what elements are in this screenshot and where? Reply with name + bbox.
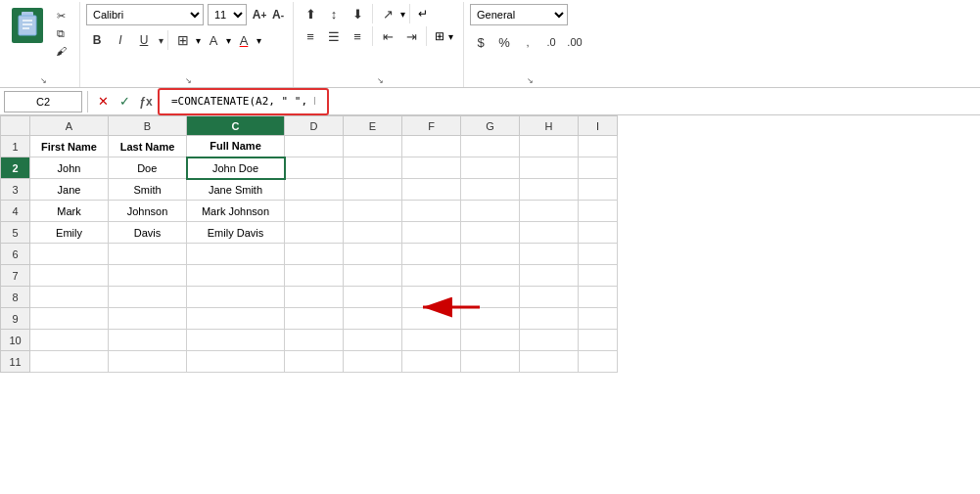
alignment-expand-icon[interactable]: ↘	[377, 76, 384, 85]
row-header-9[interactable]: 9	[1, 308, 30, 330]
decrease-indent-button[interactable]: ⇤	[377, 26, 398, 46]
cell-D7[interactable]	[285, 265, 344, 287]
increase-decimal-button[interactable]: .0	[540, 31, 562, 53]
cell-E3[interactable]	[344, 179, 402, 201]
font-size-increase-button[interactable]: A+	[251, 6, 268, 23]
cell-B8[interactable]	[109, 287, 187, 308]
cell-B3[interactable]: Smith	[109, 179, 187, 201]
font-expand-icon[interactable]: ↘	[185, 76, 192, 85]
number-format-select[interactable]: General	[470, 4, 568, 25]
cell-I4[interactable]	[579, 201, 618, 222]
font-color-dropdown[interactable]: ▾	[257, 35, 261, 46]
font-name-select[interactable]: Calibri	[86, 4, 204, 25]
row-header-11[interactable]: 11	[1, 351, 30, 373]
cell-G11[interactable]	[461, 351, 520, 373]
row-header-1[interactable]: 1	[1, 136, 30, 157]
font-size-decrease-button[interactable]: A-	[269, 6, 287, 23]
cell-F7[interactable]	[402, 265, 461, 287]
col-header-H[interactable]: H	[520, 116, 579, 136]
cell-B10[interactable]	[109, 330, 187, 351]
cell-C1[interactable]: Full Name	[187, 136, 285, 157]
cell-G8[interactable]	[461, 287, 520, 308]
cell-H4[interactable]	[520, 201, 579, 222]
cut-button[interactable]: ✂	[51, 8, 73, 23]
row-header-8[interactable]: 8	[1, 287, 30, 308]
cell-D6[interactable]	[285, 244, 344, 265]
cell-F4[interactable]	[402, 201, 461, 222]
cell-F5[interactable]	[402, 222, 461, 244]
cell-F11[interactable]	[402, 351, 461, 373]
paste-button[interactable]	[8, 6, 47, 45]
cell-C8[interactable]	[187, 287, 285, 308]
cell-G1[interactable]	[461, 136, 520, 157]
col-header-D[interactable]: D	[285, 116, 344, 136]
cell-D1[interactable]	[285, 136, 344, 157]
cell-H6[interactable]	[520, 244, 579, 265]
cell-F1[interactable]	[402, 136, 461, 157]
align-left-button[interactable]: ≡	[300, 26, 321, 46]
cell-C7[interactable]	[187, 265, 285, 287]
col-header-I[interactable]: I	[579, 116, 618, 136]
format-painter-button[interactable]: 🖌	[51, 43, 73, 59]
wrap-text-button[interactable]: ↵	[414, 5, 435, 22]
cell-H10[interactable]	[520, 330, 579, 351]
row-header-2[interactable]: 2	[1, 157, 30, 179]
cell-D3[interactable]	[285, 179, 344, 201]
cell-B6[interactable]	[109, 244, 187, 265]
col-header-A[interactable]: A	[30, 116, 109, 136]
cell-G9[interactable]	[461, 308, 520, 330]
cell-A6[interactable]	[30, 244, 109, 265]
cell-E9[interactable]	[344, 308, 402, 330]
cell-B9[interactable]	[109, 308, 187, 330]
cell-H9[interactable]	[520, 308, 579, 330]
col-header-C[interactable]: C	[187, 116, 285, 136]
cell-B1[interactable]: Last Name	[109, 136, 187, 157]
cell-G6[interactable]	[461, 244, 520, 265]
bold-button[interactable]: B	[86, 29, 108, 51]
fill-color-button[interactable]: A	[203, 29, 224, 51]
cell-B5[interactable]: Davis	[109, 222, 187, 244]
cell-E4[interactable]	[344, 201, 402, 222]
cell-D11[interactable]	[285, 351, 344, 373]
font-size-select[interactable]: 11	[208, 4, 247, 25]
cell-H8[interactable]	[520, 287, 579, 308]
cell-A10[interactable]	[30, 330, 109, 351]
cell-D2[interactable]	[285, 157, 344, 179]
merge-center-button[interactable]: ⊞ ▾	[431, 27, 457, 45]
cell-E2[interactable]	[344, 157, 402, 179]
formula-input[interactable]	[165, 91, 321, 112]
cell-E7[interactable]	[344, 265, 402, 287]
percent-button[interactable]: %	[493, 31, 515, 53]
row-header-6[interactable]: 6	[1, 244, 30, 265]
cell-A7[interactable]	[30, 265, 109, 287]
cell-I5[interactable]	[579, 222, 618, 244]
cell-C9[interactable]	[187, 308, 285, 330]
cell-E6[interactable]	[344, 244, 402, 265]
currency-button[interactable]: $	[470, 31, 491, 53]
cell-D5[interactable]	[285, 222, 344, 244]
font-color-button[interactable]: A	[233, 29, 255, 51]
underline-dropdown[interactable]: ▾	[159, 35, 163, 46]
cell-I3[interactable]	[579, 179, 618, 201]
cell-C2[interactable]: John Doe	[187, 157, 285, 179]
fill-color-dropdown[interactable]: ▾	[226, 35, 231, 46]
cell-B11[interactable]	[109, 351, 187, 373]
cell-H11[interactable]	[520, 351, 579, 373]
cell-E10[interactable]	[344, 330, 402, 351]
cell-A11[interactable]	[30, 351, 109, 373]
cell-I2[interactable]	[579, 157, 618, 179]
align-top-button[interactable]: ⬆	[300, 4, 321, 23]
cell-E5[interactable]	[344, 222, 402, 244]
borders-dropdown[interactable]: ▾	[196, 35, 201, 46]
cell-C4[interactable]: Mark Johnson	[187, 201, 285, 222]
cell-C6[interactable]	[187, 244, 285, 265]
cell-D10[interactable]	[285, 330, 344, 351]
cell-G3[interactable]	[461, 179, 520, 201]
align-right-button[interactable]: ≡	[347, 26, 368, 46]
cell-F6[interactable]	[402, 244, 461, 265]
cell-F2[interactable]	[402, 157, 461, 179]
cell-F9[interactable]	[402, 308, 461, 330]
cell-E11[interactable]	[344, 351, 402, 373]
cell-A5[interactable]: Emily	[30, 222, 109, 244]
cell-C11[interactable]	[187, 351, 285, 373]
